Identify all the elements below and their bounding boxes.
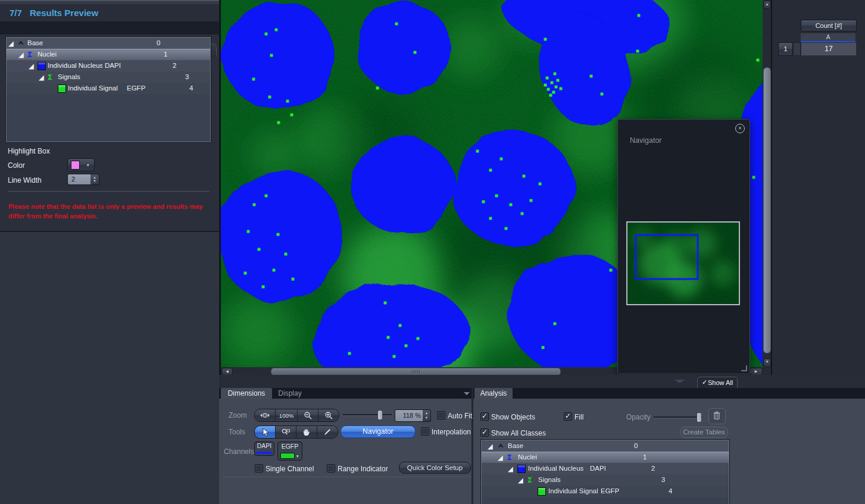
line-width-stepper[interactable]: ▲▼ bbox=[90, 174, 99, 185]
class-tree-row-individual-signal[interactable]: Individual SignalEGFP4 bbox=[482, 486, 729, 497]
divider bbox=[222, 477, 471, 477]
range-indicator-label: Range Indicator bbox=[338, 465, 388, 473]
tab-dimensions[interactable]: Dimensions bbox=[221, 388, 272, 399]
single-channel-label: Single Channel bbox=[266, 465, 314, 473]
class-tree-row-nuclei[interactable]: ◢ΣNuclei1 bbox=[482, 452, 729, 463]
select-tool-button[interactable] bbox=[255, 426, 276, 438]
show-all-toggle[interactable]: Show All bbox=[697, 377, 738, 389]
expander-icon[interactable]: ◢ bbox=[39, 73, 44, 82]
preview-warning-line2: differ from the final analysis. bbox=[8, 212, 98, 220]
class-label: Individual Nucleus bbox=[528, 465, 588, 472]
show-all-label: Show All bbox=[708, 379, 733, 386]
square-green-icon bbox=[538, 487, 546, 496]
chevron-down-icon: ▼ bbox=[296, 454, 299, 458]
class-tree-row-base[interactable]: ◢Base0 bbox=[7, 37, 210, 49]
wizard-header: 7/7 Results Preview bbox=[0, 4, 219, 21]
expander-icon[interactable]: ◢ bbox=[518, 476, 523, 484]
create-tables-button[interactable]: Create Tables bbox=[680, 427, 728, 438]
expander-icon[interactable]: ◢ bbox=[29, 62, 34, 70]
zoom-slider[interactable] bbox=[343, 410, 392, 420]
viewport-bottom-strip: Show All bbox=[219, 375, 865, 388]
preview-warning-line1: Please note that the data list is only a… bbox=[8, 203, 202, 210]
class-count: 4 bbox=[189, 84, 193, 92]
zoom-in-icon bbox=[324, 411, 333, 420]
show-objects-checkbox[interactable] bbox=[480, 412, 489, 421]
panel-menu-icon[interactable] bbox=[464, 392, 470, 395]
panel-splitter[interactable] bbox=[471, 388, 473, 504]
pan-tool-button[interactable] bbox=[296, 426, 317, 438]
color-label: Color bbox=[8, 161, 25, 170]
opacity-slider[interactable] bbox=[654, 412, 702, 422]
expander-icon[interactable]: ◢ bbox=[8, 39, 14, 48]
range-indicator-checkbox[interactable] bbox=[327, 464, 335, 472]
navigator-thumbnail[interactable] bbox=[626, 221, 740, 305]
zoom-in-button[interactable] bbox=[318, 409, 339, 421]
class-count: 2 bbox=[173, 62, 176, 69]
show-all-classes-checkbox[interactable] bbox=[480, 428, 489, 437]
interpolation-checkbox[interactable] bbox=[421, 427, 429, 436]
class-tree-row-individual-nucleus[interactable]: ◢Individual NucleusDAPI2 bbox=[7, 60, 210, 71]
vertical-scrollbar[interactable] bbox=[763, 0, 771, 367]
class-label: Nuclei bbox=[38, 51, 57, 58]
analysis-class-tree: ◢Base0◢ΣNuclei1◢Individual NucleusDAPI2◢… bbox=[481, 440, 729, 504]
class-label: Individual Nucleus bbox=[48, 62, 102, 69]
zoom-region-tool-button[interactable] bbox=[276, 426, 296, 438]
count-value-cell[interactable]: 17 bbox=[801, 42, 857, 56]
class-tree-row-nuclei[interactable]: ◢ΣNuclei1 bbox=[7, 49, 210, 60]
channel-egfp-button[interactable]: EGFP ▼ bbox=[277, 442, 302, 461]
class-count: 4 bbox=[669, 487, 672, 494]
vertical-scroll-thumb[interactable] bbox=[763, 67, 771, 353]
analysis-tab-bar: Analysis bbox=[473, 388, 865, 399]
dimensions-tab-bar: Dimensions Display bbox=[219, 388, 471, 399]
cursor-arrow-icon bbox=[261, 427, 270, 437]
class-count: 3 bbox=[661, 476, 665, 483]
picker-tool-button[interactable] bbox=[317, 426, 338, 438]
channels-label: Channels bbox=[224, 447, 254, 456]
sigma-blue-icon: Σ bbox=[507, 453, 512, 462]
navigator-flyout: Navigator bbox=[617, 119, 750, 374]
zoom-out-icon bbox=[303, 411, 313, 420]
scroll-down-button[interactable] bbox=[763, 358, 771, 367]
row-selector-cell[interactable] bbox=[793, 42, 801, 56]
channel-dapi-button[interactable]: DAPI bbox=[254, 442, 274, 456]
sigma-blue-icon: Σ bbox=[27, 51, 32, 59]
column-a-header[interactable]: A bbox=[801, 33, 855, 42]
zoom-label: Zoom bbox=[229, 411, 247, 420]
line-width-input[interactable]: 2 bbox=[67, 174, 91, 185]
class-tree-row-base[interactable]: ◢Base0 bbox=[482, 440, 729, 452]
chevron-down-icon: ▼ bbox=[86, 163, 90, 167]
class-tree-row-individual-nucleus[interactable]: ◢Individual NucleusDAPI2 bbox=[482, 463, 729, 474]
navigator-toggle-button[interactable]: Navigator bbox=[341, 425, 416, 438]
highlight-color-picker[interactable]: ▼ bbox=[67, 158, 95, 171]
resize-grip[interactable] bbox=[741, 365, 747, 371]
expander-icon[interactable]: ◢ bbox=[498, 453, 503, 462]
expander-icon[interactable]: ◢ bbox=[488, 442, 493, 450]
scroll-up-button[interactable] bbox=[763, 1, 771, 9]
close-icon[interactable] bbox=[735, 124, 745, 133]
expander-icon[interactable]: ◢ bbox=[18, 51, 24, 59]
class-channel-label: DAPI bbox=[590, 465, 606, 472]
collapse-triangle-icon[interactable] bbox=[674, 380, 685, 383]
zoom-out-button[interactable] bbox=[298, 409, 318, 421]
quick-color-setup-button[interactable]: Quick Color Setup bbox=[399, 462, 471, 474]
zoom-slider-handle[interactable] bbox=[377, 410, 383, 420]
opacity-label: Opacity bbox=[626, 413, 651, 421]
class-tree-row-individual-signal[interactable]: Individual SignalEGFP4 bbox=[7, 83, 210, 94]
zoom-percent-stepper[interactable]: ▲▼ bbox=[423, 409, 431, 422]
dapi-color-bar bbox=[256, 452, 271, 454]
class-tree-row-signals[interactable]: ◢ΣSignals3 bbox=[482, 474, 729, 486]
row-index-cell[interactable]: 1 bbox=[778, 42, 793, 56]
tab-analysis[interactable]: Analysis bbox=[474, 388, 513, 399]
auto-fit-checkbox[interactable] bbox=[437, 411, 445, 420]
fill-checkbox[interactable] bbox=[564, 412, 572, 421]
single-channel-checkbox[interactable] bbox=[255, 464, 263, 472]
delete-button[interactable] bbox=[708, 408, 726, 424]
tab-display[interactable]: Display bbox=[272, 388, 308, 399]
expander-icon[interactable]: ◢ bbox=[508, 465, 513, 473]
count-column-header[interactable]: Count [#] bbox=[801, 20, 857, 32]
class-tree-row-signals[interactable]: ◢ΣSignals3 bbox=[7, 71, 210, 83]
opacity-slider-handle[interactable] bbox=[697, 412, 702, 422]
fit-view-button[interactable] bbox=[255, 409, 276, 421]
zoom-percent-input[interactable]: 118 % bbox=[395, 409, 424, 422]
zoom-100-button[interactable]: 100% bbox=[276, 409, 298, 421]
